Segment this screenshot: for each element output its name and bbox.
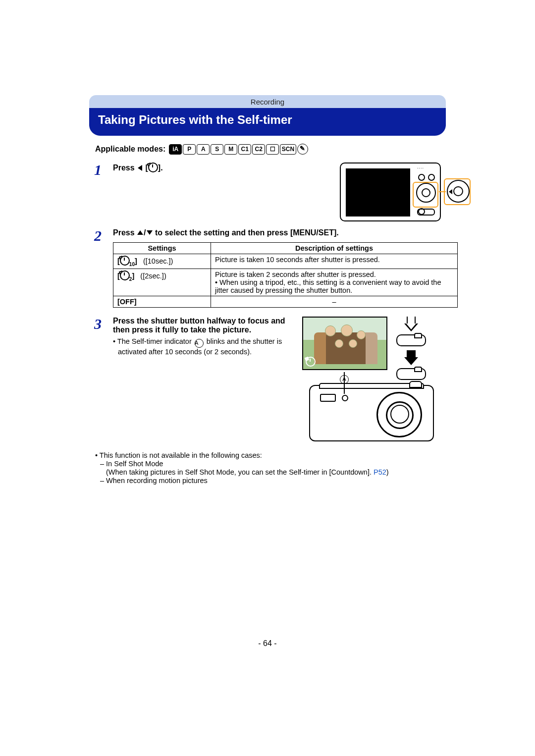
mode-icon-c2: C2 bbox=[252, 144, 265, 155]
notes-block: This function is not available in the fo… bbox=[89, 445, 446, 485]
table-row: [2] ([2sec.]) Picture is taken 2 seconds… bbox=[113, 269, 458, 296]
table-desc-10sec: Picture is taken 10 seconds after shutte… bbox=[211, 254, 458, 269]
table-row: [OFF] – bbox=[113, 296, 458, 308]
shutter-button-icon bbox=[396, 368, 426, 380]
timer-icon bbox=[148, 162, 158, 172]
table-row: [10] ([10sec.]) Picture is taken 10 seco… bbox=[113, 254, 458, 269]
mode-icon-a: A bbox=[197, 144, 210, 155]
mode-icon-m: M bbox=[224, 144, 237, 155]
step2-text: Press / to select the setting and then p… bbox=[113, 228, 458, 237]
note-intro: This function is not available in the fo… bbox=[95, 451, 442, 459]
dpad-icon bbox=[416, 183, 436, 203]
table-setting-10sec: [10] ([10sec.]) bbox=[113, 254, 211, 269]
camera-front-diagram bbox=[309, 385, 434, 441]
table-head-desc: Description of settings bbox=[211, 243, 458, 254]
page-link-p52[interactable]: P52 bbox=[374, 468, 386, 476]
section-breadcrumb: Recording bbox=[89, 95, 446, 108]
mode-icon-creative: ✎ bbox=[297, 144, 308, 155]
page-title: Taking Pictures with the Self-timer bbox=[89, 108, 446, 136]
step3-note: The Self-timer indicator A blinks and th… bbox=[113, 337, 295, 356]
timer-icon bbox=[120, 270, 130, 280]
table-setting-2sec: [2] ([2sec.]) bbox=[113, 269, 211, 296]
step-number-2: 2 bbox=[94, 228, 109, 243]
mode-icon-s: S bbox=[211, 144, 223, 155]
timer-overlay-icon bbox=[306, 357, 316, 367]
applicable-modes-row: Applicable modes: iA P A S M C1 C2 ☐ SCN… bbox=[89, 141, 446, 158]
self-timer-lamp-icon bbox=[342, 395, 348, 401]
indicator-label-a-icon: A bbox=[195, 339, 204, 348]
mode-icon-panorama: ☐ bbox=[266, 144, 279, 155]
down-arrow-icon bbox=[147, 230, 153, 235]
step-number-3: 3 bbox=[94, 317, 109, 331]
applicable-modes-label: Applicable modes: bbox=[95, 145, 165, 154]
table-desc-off: – bbox=[211, 296, 458, 308]
half-press-arrow-icon bbox=[387, 317, 435, 331]
preview-photo-figure bbox=[302, 317, 387, 370]
full-press-arrow-icon bbox=[387, 350, 435, 365]
mode-icon-scn: SCN bbox=[280, 144, 296, 155]
step3-text: Press the shutter button halfway to focu… bbox=[113, 317, 295, 334]
table-head-settings: Settings bbox=[113, 243, 211, 254]
step1-text: Press []. bbox=[113, 162, 335, 172]
shutter-button-icon bbox=[396, 334, 426, 346]
mode-icon-p: P bbox=[183, 144, 196, 155]
note-motion-pictures: When recording motion pictures bbox=[95, 477, 442, 485]
page-number: - 64 - bbox=[0, 639, 535, 648]
timer-icon bbox=[120, 256, 130, 266]
camera-back-diagram: ∙∙∙∙ bbox=[340, 162, 441, 221]
dpad-zoom-icon bbox=[447, 180, 470, 203]
note-self-shot-detail: (When taking pictures in Self Shot Mode,… bbox=[95, 468, 442, 476]
left-arrow-icon bbox=[138, 165, 142, 171]
step-number-1: 1 bbox=[94, 162, 109, 177]
shutter-press-figure bbox=[387, 317, 435, 380]
note-self-shot: In Self Shot Mode bbox=[95, 460, 442, 468]
up-arrow-icon bbox=[137, 230, 143, 235]
table-setting-off: [OFF] bbox=[113, 296, 211, 308]
table-desc-2sec: Picture is taken 2 seconds after shutter… bbox=[211, 269, 458, 296]
mode-icon-c1: C1 bbox=[238, 144, 251, 155]
mode-icon-ia: iA bbox=[169, 144, 182, 155]
settings-table: Settings Description of settings [10] ([… bbox=[113, 242, 458, 308]
